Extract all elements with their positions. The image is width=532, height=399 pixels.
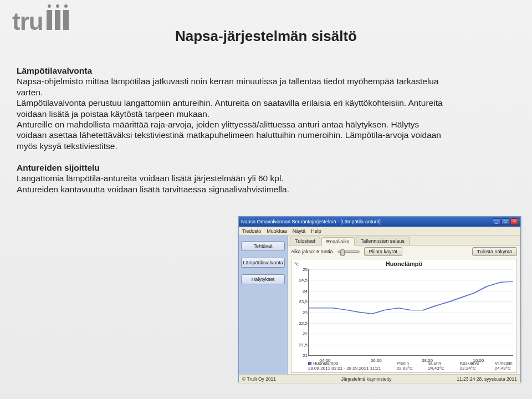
ytick: 21: [293, 353, 308, 358]
chart-title: Huonelämpö: [291, 259, 516, 268]
timespan-label: Aika jakso: 6 tuntia: [291, 249, 333, 254]
section1-heading: Lämpötilavalvonta: [17, 65, 449, 76]
app-screenshot: Napsa Omavalvonnan Seurantajärjestelmä -…: [238, 216, 521, 382]
legend-last-value: 24,43°C: [495, 366, 513, 371]
main-panel: Tulosteet Reaaliaika Tallennusten selaus…: [288, 236, 520, 374]
legend-range: 28.09.2011 03:21 - 28.09.2011 11:21: [308, 366, 381, 371]
minimize-icon[interactable]: _: [493, 218, 500, 225]
ytick: 24: [293, 288, 308, 293]
legend-avg-value: 23,34°C: [460, 366, 479, 371]
window-title: Napsa Omavalvonnan Seurantajärjestelmä -…: [241, 219, 381, 224]
menu-edit[interactable]: Muokkaa: [267, 228, 287, 234]
tab-browse[interactable]: Tallennusten selaus: [356, 237, 410, 245]
logo-bars-icon: [47, 10, 69, 30]
ytick: 22,5: [293, 320, 308, 325]
sidebar-btn-alerts[interactable]: Hälytykset: [241, 274, 285, 284]
section2-heading: Antureiden sijoittelu: [17, 162, 449, 173]
section1-p1: Napsa-ohjelmisto mittaa lämpötilaa jatku…: [17, 76, 449, 98]
page-title: Napsa-järjestelmän sisältö: [0, 28, 532, 45]
y-axis-unit: °C: [294, 262, 299, 267]
status-copyright: © Trulli Oy 2011: [242, 376, 276, 382]
ytick: 23: [293, 310, 308, 315]
status-message: Järjestelmä käynnistetty: [341, 376, 392, 382]
tab-prints[interactable]: Tulosteet: [290, 237, 320, 245]
sidebar-btn-temperature[interactable]: Lämpötilavalvonta: [241, 258, 285, 268]
status-datetime: 11:23:24 28. syyskuuta 2011: [457, 376, 517, 382]
section1-p2: Lämpötilavalvonta perustuu langattomiin …: [17, 98, 449, 119]
sidebar-btn-tasks[interactable]: Tehtävät: [241, 241, 285, 251]
section2-p1: Langattomia lämpötila-antureita voidaan …: [17, 173, 449, 183]
close-icon[interactable]: ×: [510, 218, 518, 225]
status-bar: © Trulli Oy 2011 Järjestelmä käynnistett…: [239, 374, 520, 383]
legend-max-value: 24,43°C: [428, 366, 444, 371]
tab-realtime[interactable]: Reaaliaika: [321, 237, 355, 245]
maximize-icon[interactable]: □: [502, 218, 509, 225]
body-text: Lämpötilavalvonta Napsa-ohjelmisto mitta…: [17, 55, 449, 195]
chart-legend: Huonelämpö 28.09.2011 03:21 - 28.09.2011…: [308, 361, 513, 371]
ytick: 24,5: [293, 278, 308, 283]
chart-toolbar: Aika jakso: 6 tuntia Piilota käyrät Tulo…: [288, 245, 520, 258]
section2-p2: Antureiden kantavuutta voidaan lisätä ta…: [17, 184, 449, 195]
tab-bar: Tulosteet Reaaliaika Tallennusten selaus: [288, 236, 520, 245]
legend-marker-icon: [308, 362, 311, 365]
ytick: 25: [293, 267, 308, 272]
legend-min-value: 22,93°C: [397, 366, 413, 371]
chart-area: Huonelämpö °C 25 24,5 24 23,5 23 22,5 22…: [291, 259, 517, 373]
timespan-slider[interactable]: [337, 250, 360, 253]
menu-view[interactable]: Näytä: [293, 228, 306, 234]
chart-plot: °C 25 24,5 24 23,5 23 22,5 22 21,5 21 04…: [308, 269, 513, 356]
hide-curves-button[interactable]: Piilota käyrät: [364, 247, 403, 256]
ytick: 22: [293, 331, 308, 336]
menu-help[interactable]: Help: [311, 228, 321, 234]
ytick: 21,5: [293, 342, 308, 347]
print-view-button[interactable]: Tulosta näkymä: [472, 247, 517, 256]
sidebar: Tehtävät Lämpötilavalvonta Hälytykset: [239, 236, 288, 374]
section1-p3: Antureille on mahdollista määrittää raja…: [17, 119, 449, 151]
menu-file[interactable]: Tiedosto: [242, 228, 261, 234]
chart-line: [309, 269, 513, 355]
window-titlebar: Napsa Omavalvonnan Seurantajärjestelmä -…: [239, 217, 520, 227]
legend-series-name: Huonelämpö: [313, 361, 338, 366]
menu-bar: Tiedosto Muokkaa Näytä Help: [239, 227, 520, 236]
ytick: 23,5: [293, 299, 308, 304]
